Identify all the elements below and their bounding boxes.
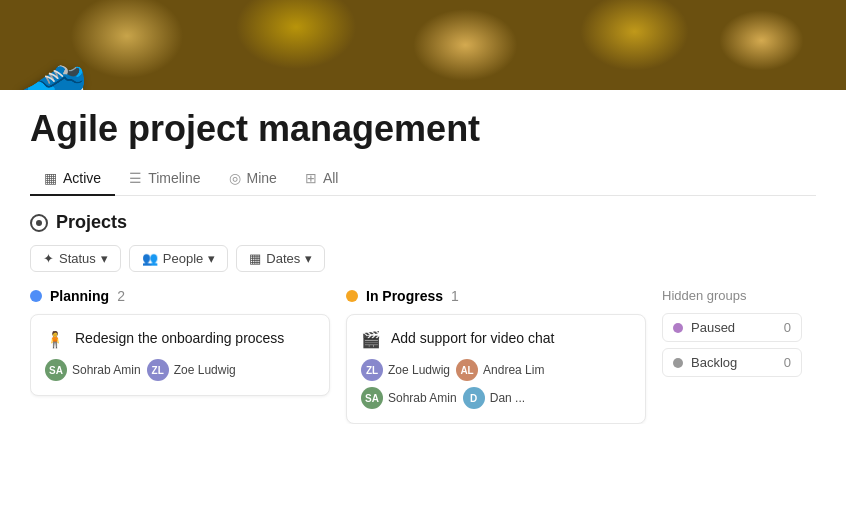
tab-active-label: Active [63, 170, 101, 186]
assignee-zoe-name: Zoe Ludwig [174, 363, 236, 377]
column-planning-header: Planning 2 [30, 288, 330, 304]
assignee-sa2-name: Sohrab Amin [388, 391, 457, 405]
card-video-icon: 🎬 [361, 330, 381, 349]
card-redesign-onboarding[interactable]: 🧍 Redesign the onboarding process SA Soh… [30, 314, 330, 396]
hero-background [0, 0, 846, 90]
tab-mine[interactable]: ◎ Mine [215, 162, 291, 196]
backlog-count: 0 [784, 355, 791, 370]
card-assignees-row2: SA Sohrab Amin D Dan ... [361, 387, 631, 409]
projects-icon [30, 214, 48, 232]
paused-count: 0 [784, 320, 791, 335]
dates-filter-icon: ▦ [249, 251, 261, 266]
card-header: 🎬 Add support for video chat [361, 329, 631, 349]
people-filter[interactable]: 👥 People ▾ [129, 245, 228, 272]
assignee-sohrab-name: Sohrab Amin [72, 363, 141, 377]
hidden-groups: Hidden groups Paused 0 Backlog 0 [662, 288, 802, 424]
tab-mine-label: Mine [247, 170, 277, 186]
assignee-dan-name: Dan ... [490, 391, 525, 405]
assignee-sohrab: SA Sohrab Amin [45, 359, 141, 381]
tabs-bar: ▦ Active ☰ Timeline ◎ Mine ⊞ All [30, 162, 816, 196]
planning-count: 2 [117, 288, 125, 304]
hidden-title: Hidden groups [662, 288, 802, 303]
card-title: Redesign the onboarding process [75, 329, 284, 349]
tab-active-icon: ▦ [44, 170, 57, 186]
dates-filter-chevron: ▾ [305, 251, 312, 266]
assignee-andrea-name: Andrea Lim [483, 363, 544, 377]
people-filter-chevron: ▾ [208, 251, 215, 266]
assignee-zoe2-name: Zoe Ludwig [388, 363, 450, 377]
card-video-chat[interactable]: 🎬 Add support for video chat ZL Zoe Ludw… [346, 314, 646, 424]
kanban-board: Planning 2 🧍 Redesign the onboarding pro… [30, 288, 816, 424]
avatar-dan: D [463, 387, 485, 409]
filter-bar: ✦ Status ▾ 👥 People ▾ ▦ Dates ▾ [30, 245, 816, 272]
inprogress-count: 1 [451, 288, 459, 304]
assignee-dan: D Dan ... [463, 387, 525, 409]
people-filter-label: People [163, 251, 203, 266]
tab-all-icon: ⊞ [305, 170, 317, 186]
tab-timeline[interactable]: ☰ Timeline [115, 162, 214, 196]
avatar-al: AL [456, 359, 478, 381]
assignee-sa2: SA Sohrab Amin [361, 387, 457, 409]
tab-all[interactable]: ⊞ All [291, 162, 353, 196]
avatar-sa: SA [45, 359, 67, 381]
assignee-zoe: ZL Zoe Ludwig [147, 359, 236, 381]
status-filter[interactable]: ✦ Status ▾ [30, 245, 121, 272]
avatar-zl2: ZL [361, 359, 383, 381]
card-assignees: SA Sohrab Amin ZL Zoe Ludwig [45, 359, 315, 381]
inprogress-label: In Progress [366, 288, 443, 304]
status-filter-label: Status [59, 251, 96, 266]
people-filter-icon: 👥 [142, 251, 158, 266]
planning-dot [30, 290, 42, 302]
section-header: Projects [30, 212, 816, 233]
avatar-zl: ZL [147, 359, 169, 381]
planning-label: Planning [50, 288, 109, 304]
shoe-icon: 👟 [18, 42, 88, 90]
backlog-label: Backlog [691, 355, 776, 370]
hidden-group-paused[interactable]: Paused 0 [662, 313, 802, 342]
hero-banner: 👟 [0, 0, 846, 90]
tab-timeline-icon: ☰ [129, 170, 142, 186]
status-filter-icon: ✦ [43, 251, 54, 266]
card-person-icon: 🧍 [45, 330, 65, 349]
tab-mine-icon: ◎ [229, 170, 241, 186]
card-header: 🧍 Redesign the onboarding process [45, 329, 315, 349]
assignee-zoe2: ZL Zoe Ludwig [361, 359, 450, 381]
card-title: Add support for video chat [391, 329, 554, 349]
dates-filter-label: Dates [266, 251, 300, 266]
paused-label: Paused [691, 320, 776, 335]
status-filter-chevron: ▾ [101, 251, 108, 266]
assignee-andrea: AL Andrea Lim [456, 359, 544, 381]
tab-active[interactable]: ▦ Active [30, 162, 115, 196]
page-title: Agile project management [30, 108, 816, 150]
column-in-progress: In Progress 1 🎬 Add support for video ch… [346, 288, 646, 424]
hidden-group-backlog[interactable]: Backlog 0 [662, 348, 802, 377]
dates-filter[interactable]: ▦ Dates ▾ [236, 245, 325, 272]
section-title: Projects [56, 212, 127, 233]
column-inprogress-header: In Progress 1 [346, 288, 646, 304]
page-content: Agile project management ▦ Active ☰ Time… [0, 108, 846, 424]
card-assignees-row1: ZL Zoe Ludwig AL Andrea Lim [361, 359, 631, 381]
column-planning: Planning 2 🧍 Redesign the onboarding pro… [30, 288, 330, 424]
paused-dot [673, 323, 683, 333]
avatar-sa2: SA [361, 387, 383, 409]
tab-timeline-label: Timeline [148, 170, 200, 186]
inprogress-dot [346, 290, 358, 302]
backlog-dot [673, 358, 683, 368]
tab-all-label: All [323, 170, 339, 186]
